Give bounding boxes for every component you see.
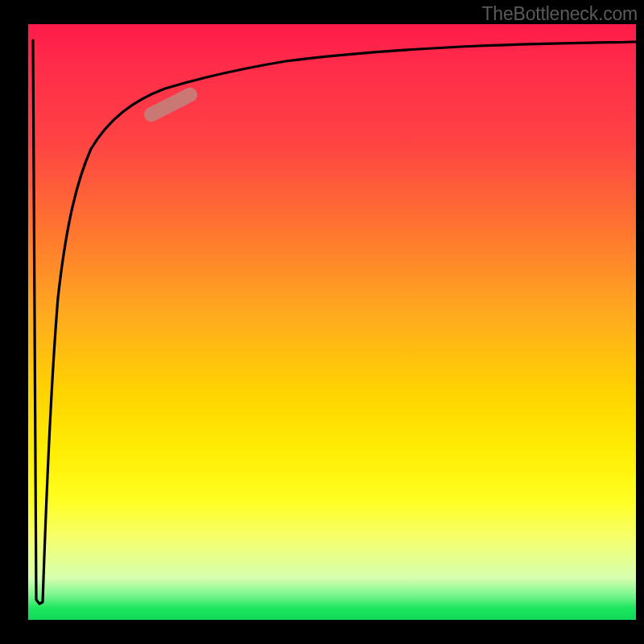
watermark-text: TheBottleneck.com <box>482 3 638 25</box>
chart-container: TheBottleneck.com <box>0 0 644 644</box>
bottleneck-curve <box>33 40 635 604</box>
chart-curve-layer <box>28 24 636 620</box>
